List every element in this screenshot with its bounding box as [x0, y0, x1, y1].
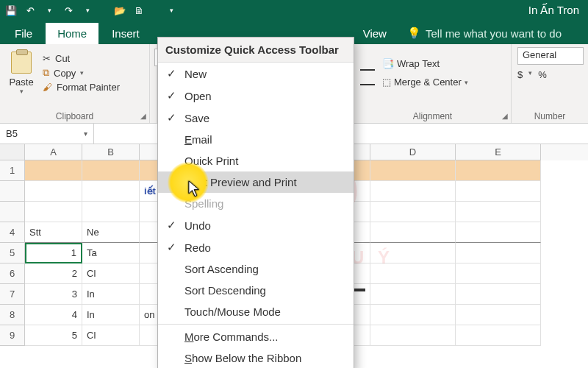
row-header[interactable]: 7 [0, 284, 25, 305]
column-header[interactable]: B [82, 144, 140, 160]
percent-button[interactable]: % [538, 69, 547, 80]
currency-more-icon[interactable]: ▾ [528, 69, 532, 80]
grid-cell[interactable] [370, 181, 456, 202]
name-box-value: B5 [6, 128, 18, 139]
name-box[interactable]: B5 ▾ [0, 124, 94, 144]
redo-more-icon[interactable]: ▾ [81, 4, 94, 17]
menu-item[interactable]: More Commands... [158, 326, 354, 347]
column-header[interactable]: A [25, 144, 82, 160]
grid-cell[interactable] [456, 263, 541, 284]
row-header[interactable] [0, 181, 25, 202]
format-painter-button[interactable]: 🖌 Format Painter [43, 82, 120, 93]
grid-cell[interactable]: Stt [25, 222, 82, 243]
grid-cell[interactable] [82, 181, 140, 202]
menu-item[interactable]: ✓Redo [158, 236, 354, 258]
paste-button[interactable]: Paste ▾ [6, 47, 37, 99]
open-icon[interactable]: 📂 [113, 4, 126, 17]
row-header[interactable]: 4 [0, 222, 25, 243]
grid-cell[interactable] [25, 160, 82, 181]
grid-cell[interactable] [82, 160, 140, 181]
menu-item[interactable]: Email [158, 129, 354, 150]
grid-cell[interactable] [82, 202, 140, 222]
grid-cell[interactable] [456, 284, 541, 305]
grid-cell[interactable]: Cl [82, 325, 140, 346]
tab-file[interactable]: File [3, 23, 44, 44]
grid-cell[interactable]: 1 [25, 243, 82, 263]
grid-cell[interactable]: 4 [25, 305, 82, 325]
grid-cell[interactable]: Ne [82, 222, 140, 243]
align-top-icon[interactable] [360, 60, 375, 71]
grid-cell[interactable] [370, 202, 456, 222]
grid-cell[interactable] [456, 181, 541, 202]
wrap-text-label: Wrap Text [397, 58, 440, 69]
menu-item[interactable]: Show Below the Ribbon [158, 347, 354, 368]
grid-cell[interactable]: 2 [25, 263, 82, 284]
row-header[interactable]: 8 [0, 305, 25, 325]
grid-cell[interactable] [370, 325, 456, 346]
wrap-text-button[interactable]: 📑 Wrap Text [382, 58, 468, 69]
chevron-down-icon[interactable]: ▾ [84, 130, 87, 138]
menu-item[interactable]: ✓New [158, 63, 354, 85]
grid-cell[interactable]: Cl [82, 263, 140, 284]
row-header[interactable]: 6 [0, 263, 25, 284]
merge-center-button[interactable]: ⬚ Merge & Center ▾ [382, 77, 468, 88]
row-header[interactable] [0, 202, 25, 222]
align-icons[interactable] [360, 60, 375, 85]
new-icon[interactable]: 🗎 [132, 4, 146, 17]
tab-view[interactable]: View [351, 23, 398, 44]
copy-button[interactable]: ⧉ Copy ▾ [43, 67, 120, 79]
row-header[interactable]: 1 [0, 160, 25, 181]
row-header[interactable]: 9 [0, 325, 25, 346]
grid-cell[interactable] [370, 160, 456, 181]
copy-more-icon[interactable]: ▾ [80, 69, 84, 77]
grid-cell[interactable] [456, 202, 541, 222]
customize-qat-icon[interactable]: ▾ [165, 4, 178, 17]
grid-cell[interactable] [456, 325, 541, 346]
grid-cell[interactable]: In [82, 284, 140, 305]
grid-cell[interactable]: 5 [25, 325, 82, 346]
row-header[interactable]: 5 [0, 243, 25, 263]
grid-cell[interactable] [25, 202, 82, 222]
menu-item[interactable]: ✓Save [158, 107, 354, 129]
menu-item[interactable]: ✓Undo [158, 214, 354, 236]
menu-item[interactable]: Sort Ascending [158, 258, 354, 280]
select-all-corner[interactable] [0, 144, 25, 160]
column-header[interactable]: E [456, 144, 541, 160]
grid-cell[interactable] [456, 305, 541, 325]
dialog-launcher-icon[interactable]: ◢ [140, 112, 146, 120]
menu-item[interactable]: Sort Descending [158, 280, 354, 301]
merge-more-icon[interactable]: ▾ [465, 79, 468, 86]
grid-cell[interactable]: Ta [82, 243, 140, 263]
grid-cell[interactable] [456, 243, 541, 263]
menu-item[interactable]: Quick Print [158, 150, 354, 171]
grid-cell[interactable] [456, 160, 541, 181]
tell-me[interactable]: 💡 Tell me what you want to do [400, 22, 569, 44]
menu-item[interactable]: Print Preview and Print [158, 171, 354, 193]
menu-item[interactable]: ✓Open [158, 85, 354, 107]
tab-insert[interactable]: Insert [100, 23, 151, 44]
number-format-dropdown[interactable]: General [517, 47, 584, 65]
grid-cell[interactable] [370, 243, 456, 263]
menu-item[interactable]: Spelling [158, 193, 354, 214]
format-painter-label: Format Painter [57, 82, 120, 93]
grid-cell[interactable]: 3 [25, 284, 82, 305]
grid-cell[interactable] [370, 284, 456, 305]
redo-icon[interactable]: ↷ [62, 4, 75, 17]
grid-cell[interactable] [370, 305, 456, 325]
align-middle-icon[interactable] [360, 75, 375, 85]
save-icon[interactable]: 💾 [4, 4, 18, 17]
column-header[interactable]: D [370, 144, 456, 160]
paste-more-icon[interactable]: ▾ [20, 88, 24, 95]
grid-cell[interactable] [370, 263, 456, 284]
undo-more-icon[interactable]: ▾ [43, 4, 56, 17]
tab-home[interactable]: Home [46, 23, 98, 44]
grid-cell[interactable]: In [82, 305, 140, 325]
grid-cell[interactable] [25, 181, 82, 202]
grid-cell[interactable] [456, 222, 541, 243]
menu-item[interactable]: Touch/Mouse Mode [158, 301, 354, 322]
undo-icon[interactable]: ↶ [24, 4, 37, 17]
dialog-launcher-icon[interactable]: ◢ [502, 112, 508, 120]
grid-cell[interactable] [370, 222, 456, 243]
cut-button[interactable]: ✂ Cut [43, 53, 120, 64]
currency-button[interactable]: $ [517, 69, 523, 80]
